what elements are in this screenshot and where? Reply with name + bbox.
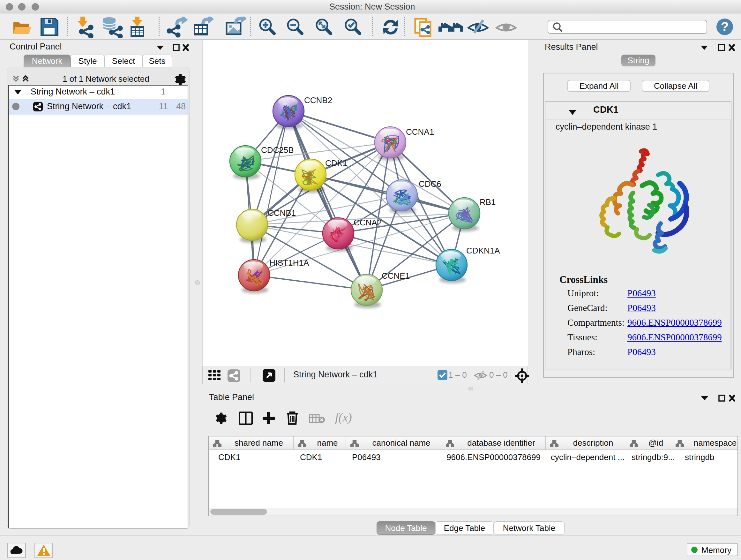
svg-text:HIST1H1A: HIST1H1A	[269, 258, 309, 267]
svg-text:CDC6: CDC6	[419, 179, 441, 189]
svg-text:CDKN1A: CDKN1A	[466, 246, 500, 255]
svg-text:CCNB2: CCNB2	[304, 96, 332, 105]
svg-text:CCNA2: CCNA2	[354, 218, 382, 227]
svg-text:CDK1: CDK1	[325, 159, 347, 168]
svg-text:CCNE1: CCNE1	[382, 271, 410, 281]
svg-text:CCNA1: CCNA1	[406, 127, 434, 137]
svg-text:CDC25B: CDC25B	[261, 145, 294, 155]
svg-text:?: ?	[721, 19, 729, 34]
svg-text:RB1: RB1	[480, 197, 496, 207]
svg-text:CCNB1: CCNB1	[268, 208, 296, 218]
